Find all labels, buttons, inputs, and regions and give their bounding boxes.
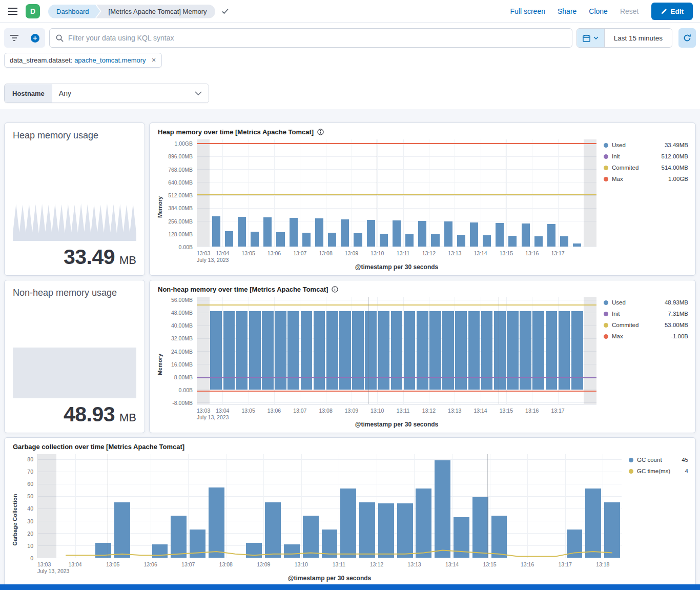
- chart-bar[interactable]: [251, 232, 259, 247]
- chart-bar[interactable]: [393, 220, 401, 247]
- full-screen-button[interactable]: Full screen: [510, 7, 545, 15]
- x-axis-tick-label: 13:03: [37, 561, 51, 567]
- legend-item[interactable]: Commited53.00MB: [604, 319, 688, 331]
- breadcrumb-current-page: [Metrics Apache Tomcat] Memory: [96, 5, 215, 18]
- chart-bar[interactable]: [367, 220, 375, 247]
- clone-button[interactable]: Clone: [589, 7, 608, 15]
- gridline: [197, 402, 596, 403]
- refresh-button[interactable]: [678, 28, 696, 48]
- hostname-select[interactable]: Any: [52, 84, 209, 103]
- breadcrumb-dashboard[interactable]: Dashboard: [48, 5, 100, 18]
- chart-bar[interactable]: [560, 236, 568, 247]
- chart-bar[interactable]: [354, 233, 362, 247]
- x-axis: 13:0313:0413:0513:0613:0713:0813:0913:10…: [197, 247, 596, 263]
- panel-title[interactable]: Non-heap memory usage: [13, 288, 136, 298]
- breadcrumb: Dashboard [Metrics Apache Tomcat] Memory: [48, 5, 229, 18]
- chart-bar[interactable]: [276, 232, 284, 247]
- legend-item[interactable]: Init7.31MB: [604, 308, 688, 319]
- chart-bar[interactable]: [238, 217, 246, 247]
- chart-bar[interactable]: [444, 221, 452, 247]
- chart-bar[interactable]: [302, 233, 311, 247]
- plot-area[interactable]: [37, 454, 622, 558]
- legend-item[interactable]: Max-1.00B: [604, 331, 688, 342]
- legend-item[interactable]: Used33.49MB: [604, 139, 688, 151]
- chart-bar[interactable]: [457, 235, 465, 247]
- filter-pill[interactable]: data_stream.dataset: apache_tomcat.memor…: [4, 53, 162, 68]
- kql-search-box[interactable]: [49, 28, 572, 48]
- garbage-collection-chart[interactable]: Garbage Collection 80706050403020100 13:…: [10, 454, 690, 585]
- y-axis-tick-label: 40.00MB: [171, 322, 193, 329]
- legend-item[interactable]: Commited514.00MB: [604, 162, 688, 173]
- legend-item[interactable]: GC time(ms)4: [629, 465, 688, 477]
- panel-title[interactable]: Non-heap memory over time [Metrics Apach…: [158, 286, 328, 293]
- time-range-button[interactable]: Last 15 minutes: [605, 29, 672, 47]
- legend-label: GC count: [637, 457, 678, 463]
- chart-bar[interactable]: [496, 223, 504, 247]
- filter-icon: [10, 35, 18, 41]
- chart-bar[interactable]: [263, 217, 272, 247]
- reset-button[interactable]: Reset: [620, 7, 639, 15]
- chart-bar[interactable]: [522, 223, 530, 247]
- menu-button[interactable]: [5, 5, 20, 18]
- legend-item[interactable]: Used48.93MB: [604, 297, 688, 308]
- gridline: [197, 390, 596, 390]
- date-picker-button[interactable]: [577, 29, 605, 47]
- legend-color-dot: [604, 154, 608, 159]
- filter-pill-row: data_stream.dataset: apache_tomcat.memor…: [4, 53, 696, 68]
- legend-item[interactable]: Max1.00GB: [604, 173, 688, 185]
- garbage-collection-over-time-panel: Garbage collection over time [Metrics Ap…: [4, 437, 696, 587]
- top-navigation-bar: D Dashboard [Metrics Apache Tomcat] Memo…: [0, 0, 700, 23]
- space-avatar[interactable]: D: [26, 4, 40, 18]
- chart-bar[interactable]: [341, 219, 349, 247]
- vertical-gridline: [499, 297, 499, 404]
- chart-bar[interactable]: [212, 216, 220, 247]
- chart-bar[interactable]: [534, 236, 543, 247]
- share-button[interactable]: Share: [558, 7, 577, 15]
- info-icon[interactable]: [317, 129, 324, 135]
- chart-bar[interactable]: [431, 234, 439, 247]
- vertical-gridline: [505, 139, 505, 247]
- panel-title[interactable]: Heap memory usage: [13, 130, 136, 141]
- check-icon[interactable]: [221, 8, 229, 14]
- vertical-gridline: [108, 454, 108, 558]
- remove-filter-icon[interactable]: ✕: [152, 57, 156, 64]
- chart-bar[interactable]: [315, 218, 323, 247]
- filter-options-button[interactable]: [4, 28, 25, 48]
- dashboard-viewport: Heap memory usage 33.49 MB Heap memory o…: [0, 109, 700, 590]
- chart-bar[interactable]: [290, 218, 298, 247]
- legend-color-dot: [629, 458, 633, 462]
- add-filter-button[interactable]: [25, 28, 45, 48]
- plot-area[interactable]: [197, 297, 596, 404]
- y-axis-label-column: Memory: [155, 139, 165, 274]
- chart-bar[interactable]: [573, 243, 581, 247]
- plot-area[interactable]: [197, 139, 596, 247]
- x-axis-tick-label: 13:16: [525, 408, 539, 414]
- chevron-down-icon: [195, 91, 202, 95]
- non-heap-over-time-chart[interactable]: Memory 56.00MB48.00MB40.00MB32.00MB24.00…: [155, 297, 690, 432]
- legend-value: 512.00MB: [662, 153, 688, 159]
- kql-search-input[interactable]: [68, 34, 566, 42]
- x-axis-tick-label: 13:15: [483, 561, 496, 567]
- chart-bar[interactable]: [418, 221, 426, 247]
- legend-item[interactable]: Init512.00MB: [604, 151, 688, 162]
- panel-title[interactable]: Heap memory over time [Metrics Apache To…: [158, 128, 314, 136]
- chart-bar[interactable]: [508, 236, 517, 247]
- chart-bar[interactable]: [225, 231, 233, 247]
- minor-gridline: [558, 139, 559, 247]
- chart-bar[interactable]: [405, 234, 414, 247]
- chart-bar[interactable]: [547, 224, 555, 247]
- chart-bar[interactable]: [328, 233, 336, 247]
- x-axis-tick-label: 13:09: [345, 408, 358, 414]
- chart-bar[interactable]: [483, 235, 491, 247]
- x-axis-tick-label: 13:07: [293, 250, 306, 256]
- heap-over-time-chart[interactable]: Memory 1.00GB896.00MB768.00MB640.00MB512…: [155, 139, 690, 274]
- legend-item[interactable]: GC count45: [629, 454, 688, 465]
- panel-title[interactable]: Garbage collection over time [Metrics Ap…: [13, 443, 184, 451]
- x-axis-title: @timestamp per 30 seconds: [37, 575, 622, 585]
- metric-value: 33.49: [64, 245, 115, 269]
- chart-bar[interactable]: [380, 234, 388, 247]
- metric-value-row: 48.93 MB: [13, 398, 136, 426]
- chart-bar[interactable]: [470, 222, 478, 247]
- edit-button[interactable]: Edit: [651, 3, 693, 20]
- info-icon[interactable]: [332, 286, 338, 293]
